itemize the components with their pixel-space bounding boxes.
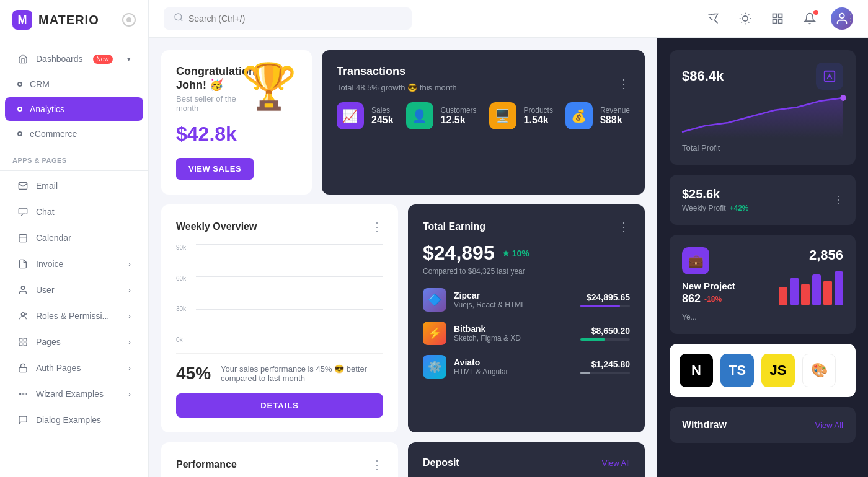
javascript-logo: JS — [761, 354, 795, 387]
svg-point-6 — [21, 286, 24, 289]
card-header: Weekly Overview ⋮ — [176, 219, 383, 234]
home-icon — [17, 53, 29, 64]
svg-rect-12 — [19, 343, 22, 346]
section-label: APPS & PAGES — [0, 147, 148, 168]
weekly-profit-badge: +42% — [729, 204, 748, 212]
transactions-menu[interactable]: ⋮ — [618, 76, 630, 91]
stat-sales: 📈 Sales 245k — [337, 102, 394, 129]
zipcar-info: Zipcar Vuejs, React & HTML — [454, 291, 573, 309]
sidebar-item-email[interactable]: Email — [5, 173, 143, 198]
weekly-percent: 45% — [176, 364, 211, 383]
revenue-label: Revenue — [600, 106, 630, 115]
perf-header: Performance ⋮ — [176, 457, 383, 472]
sidebar-item-analytics[interactable]: Analytics — [5, 97, 143, 121]
svg-point-32 — [839, 14, 844, 18]
chevron-icon: › — [128, 390, 131, 398]
logo-area: M MATERIO — [0, 0, 148, 40]
recording-button[interactable] — [122, 13, 136, 27]
svg-point-19 — [743, 16, 748, 21]
sidebar-item-ecommerce[interactable]: eCommerce — [5, 122, 143, 146]
notification-dot — [813, 10, 818, 15]
chevron-icon: › — [128, 312, 131, 320]
svg-point-8 — [25, 313, 27, 315]
topbar — [149, 0, 868, 38]
sidebar-item-calendar[interactable]: Calendar — [5, 225, 143, 250]
sidebar-item-dialog[interactable]: Dialog Examples — [5, 408, 143, 432]
zipcar-logo: 🔷 — [423, 288, 446, 312]
weekly-menu[interactable]: ⋮ — [371, 219, 383, 234]
chevron-icon: › — [128, 260, 131, 268]
sidebar-item-crm[interactable]: CRM — [5, 72, 143, 96]
sidebar-item-auth[interactable]: Auth Pages › — [5, 356, 143, 380]
weekly-profit-menu[interactable]: ⋮ — [833, 194, 843, 206]
svg-rect-9 — [19, 338, 22, 341]
svg-rect-28 — [773, 14, 777, 18]
earning-header: Total Earning ⋮ — [423, 219, 630, 234]
svg-line-26 — [742, 22, 742, 22]
chevron-icon: › — [128, 364, 131, 372]
sidebar-item-roles[interactable]: Roles & Permissi... › — [5, 304, 143, 328]
stat-revenue: 💰 Revenue $88k — [565, 102, 630, 129]
details-button[interactable]: DETAILS — [176, 393, 383, 418]
sidebar-item-invoice[interactable]: Invoice › — [5, 252, 143, 276]
earning-menu[interactable]: ⋮ — [618, 219, 630, 234]
bitbank-info: Bitbank Sketch, Figma & XD — [454, 324, 573, 343]
calendar-icon — [17, 232, 29, 243]
mini-bar — [835, 271, 843, 305]
deposit-title: Deposit — [423, 457, 459, 468]
search-input[interactable] — [188, 14, 402, 24]
weekly-profit-subtitle: Weekly Profit — [682, 204, 725, 212]
topbar-right — [702, 7, 853, 30]
svg-line-22 — [742, 15, 742, 15]
mini-bar — [779, 287, 787, 305]
sidebar-item-pages[interactable]: Pages › — [5, 330, 143, 354]
sidebar-item-dashboards[interactable]: Dashboards New ▾ — [5, 46, 143, 71]
grid-button[interactable] — [766, 7, 789, 30]
svg-point-14 — [19, 393, 21, 395]
products-label: Products — [524, 106, 553, 115]
view-sales-button[interactable]: VIEW SALES — [176, 158, 254, 180]
translate-button[interactable] — [702, 7, 724, 30]
stats-row: 📈 Sales 245k 👤 Customers 12.5k — [337, 102, 630, 129]
notifications-button[interactable] — [799, 7, 821, 30]
revenue-value: $88k — [600, 115, 630, 126]
weekly-text: Your sales performance is 45% 😎 better c… — [221, 364, 383, 383]
svg-line-27 — [748, 15, 749, 15]
congrats-card: Congratulations John! 🥳 Best seller of t… — [161, 50, 312, 195]
project-icon: 💼 — [682, 247, 709, 274]
project-year: Ye... — [682, 313, 843, 322]
perf-menu[interactable]: ⋮ — [371, 457, 383, 472]
performance-card: Performance ⋮ Performance chart content — [161, 442, 398, 477]
earning-compare: Compared to $84,325 last year — [423, 267, 630, 276]
sidebar-item-label: CRM — [30, 79, 50, 89]
sidebar: M MATERIO Dashboards New ▾ CRM Analytics… — [0, 0, 149, 477]
project-big-number: 2,856 — [779, 247, 843, 263]
dot-icon — [17, 82, 22, 87]
sidebar-item-wizard[interactable]: Wizard Examples › — [5, 382, 143, 406]
auth-icon — [17, 362, 29, 374]
weekly-profit-card: $25.6k Weekly Profit +42% ⋮ — [670, 175, 856, 225]
weekly-chart: 90k 60k 30k 0k — [176, 244, 383, 343]
earning-item-bitbank: ⚡ Bitbank Sketch, Figma & XD $8,650.20 — [423, 322, 630, 345]
bitbank-logo: ⚡ — [423, 322, 446, 345]
revenue-icon: 💰 — [565, 102, 593, 129]
search-bar[interactable] — [164, 7, 412, 30]
sidebar-item-user[interactable]: User › — [5, 278, 143, 302]
svg-point-7 — [21, 313, 24, 316]
project-count: 862 — [682, 292, 701, 305]
app-name: MATERIO — [38, 13, 99, 27]
aviato-type: HTML & Angular — [454, 367, 573, 376]
new-project-card: 💼 New Project 862 -18% 2,856 — [670, 235, 856, 334]
deposit-view-all[interactable]: View All — [602, 458, 630, 468]
svg-rect-2 — [19, 235, 27, 242]
total-profit-label: Total Profit — [682, 143, 720, 152]
profit-mini-chart — [682, 95, 843, 138]
earning-badge: 10% — [502, 248, 529, 258]
sidebar-item-chat[interactable]: Chat — [5, 199, 143, 224]
theme-toggle-button[interactable] — [734, 7, 756, 30]
transactions-subtitle: Total 48.5% growth — [337, 83, 405, 92]
figma-logo: 🎨 — [802, 354, 836, 387]
svg-marker-33 — [503, 250, 509, 256]
withdraw-view-all[interactable]: View All — [815, 421, 843, 430]
sidebar-item-label: Chat — [36, 207, 55, 217]
